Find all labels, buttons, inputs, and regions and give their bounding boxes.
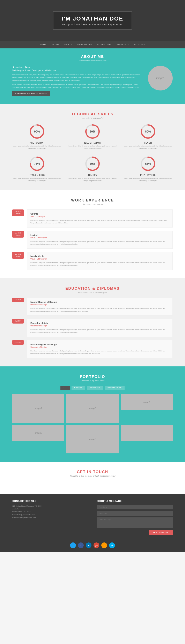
skill-percent: 90% (34, 130, 40, 133)
twitter-icon[interactable]: t (70, 542, 76, 548)
contact-form: Send message (97, 505, 173, 535)
about-role: Webdesigner & Web Developer from Melbour… (12, 69, 142, 72)
about-bio1: Lorem ipsum dolor sit amet, consectetur … (12, 74, 142, 82)
work-subtitle: The common workplaces (12, 203, 173, 205)
edu-school: University of Design (31, 325, 169, 327)
portfolio-title: PORTFOLIO (12, 374, 173, 379)
portfolio-section: PORTFOLIO Showcase of my latest works AL… (0, 366, 185, 462)
work-role: Visual / UI Designer (31, 258, 169, 260)
about-content: Jonathan Doe Webdesigner & Web Developer… (12, 66, 173, 96)
about-image: image1 (148, 66, 173, 90)
skill-desc: Lorem ipsum dolor sit amet consectetur a… (12, 177, 62, 182)
edu-desc: Nam libero tempore, cum soluta nobis est… (31, 328, 169, 334)
contact-title: CONTACT DETAILS (12, 500, 88, 502)
work-card: Ubunto Web / UI Designer Nam libero temp… (27, 210, 173, 228)
skills-section: TECHNICAL SKILLS I am 'quite' in quite g… (0, 104, 185, 190)
work-role: Visual / UI Designer (31, 237, 169, 239)
work-company: Matrix Media (31, 255, 169, 258)
edu-card: Master Degree of Design University of De… (27, 340, 173, 358)
about-text: Jonathan Doe Webdesigner & Web Developer… (12, 66, 142, 96)
skill-name: HTML5 / CSS5 (29, 174, 45, 176)
linkedin-icon[interactable]: in (86, 542, 91, 548)
filter-all[interactable]: ALL (60, 386, 70, 390)
filter-illustration[interactable]: ILLUSTRATION (105, 386, 125, 390)
skill-circle: 60% (84, 156, 101, 172)
main-nav: HomeAboutSkillsExperienceEducationPortfo… (0, 41, 185, 48)
nav-item-experience[interactable]: Experience (78, 44, 93, 46)
skill-item: 80% ILLUSTRATOR Lorem ipsum dolor sit am… (68, 123, 117, 150)
facebook-icon[interactable]: f (78, 542, 84, 548)
work-role: Web / UI Designer (31, 216, 169, 218)
hero-box: I'M JONATHAN DOE Design & Build Beautifu… (53, 11, 132, 30)
skill-percent: 80% (90, 130, 95, 133)
hero-title: I'M JONATHAN DOE (62, 16, 123, 22)
contact-line: 123 Design Street, Melbourne VIC 3000 (12, 505, 88, 508)
skill-circle: 90% (29, 123, 45, 140)
name-input[interactable] (97, 505, 173, 510)
contact-details: 123 Design Street, Melbourne VIC 3000Aus… (12, 505, 88, 520)
edu-title: EDUCATION & DIPLOMAS (12, 286, 173, 291)
skill-circle: 80% (84, 123, 101, 140)
portfolio-item[interactable]: image6 (12, 425, 64, 441)
nav-item-portfolio[interactable]: Portfolio (116, 44, 129, 46)
rss-icon[interactable]: ⌂ (101, 542, 107, 548)
skills-subtitle: I am 'quite' in quite good at (12, 117, 173, 119)
edu-school: University of Design (31, 346, 169, 348)
contact-line: Phone: +61 3 1234 5678 (12, 510, 88, 513)
skill-name: PHP / MYSQL (140, 174, 156, 176)
skills-grid: 90% PHOTOSHOP Lorem ipsum dolor sit amet… (12, 123, 173, 182)
skill-desc: Lorem ipsum dolor sit amet consectetur a… (12, 145, 62, 150)
nav-item-home[interactable]: Home (40, 44, 47, 46)
portfolio-item[interactable]: image8 (66, 425, 118, 454)
portfolio-grid: image2image3image5image6image8 (12, 394, 173, 454)
skill-desc: Lorem ipsum dolor sit amet consectetur a… (123, 145, 173, 150)
send-button[interactable]: Send message (149, 530, 173, 535)
skill-circle: 65% (140, 156, 156, 172)
nav-item-skills[interactable]: Skills (64, 44, 73, 46)
work-date: Mar 2011Present (12, 231, 24, 238)
footer-grid: CONTACT DETAILS 123 Design Street, Melbo… (12, 500, 173, 535)
skill-circle: 75% (29, 156, 45, 172)
social-icons: tfing+⌂sk (12, 539, 173, 548)
work-card: Matrix Media Visual / UI Designer Nam li… (27, 252, 173, 270)
filter-photos[interactable]: PHOTOS (72, 386, 86, 390)
skill-percent: 65% (145, 162, 151, 165)
skill-name: ILLUSTRATOR (84, 142, 101, 144)
filter-graphics[interactable]: GRAPHICS (87, 386, 103, 390)
work-date: Mar 2013Present (12, 210, 24, 216)
work-company: Ubunto (31, 212, 169, 215)
work-card: Lazied Visual / UI Designer Nam libero t… (27, 231, 173, 249)
portfolio-item[interactable]: image3 (66, 394, 118, 423)
portfolio-filters: ALLPHOTOSGRAPHICSILLUSTRATION (12, 386, 173, 390)
nav-item-about[interactable]: About (52, 44, 60, 46)
about-title: ABOUT ME (12, 54, 173, 59)
skill-desc: Lorem ipsum dolor sit amet consectetur a… (68, 177, 117, 182)
touch-subtitle: Would like to drop me a line or two? Use… (12, 475, 173, 477)
work-section: WORK EXPERIENCE The common workplaces Ma… (0, 190, 185, 278)
work-item: Mar 2011Present Matrix Media Visual / UI… (12, 252, 173, 270)
message-textarea[interactable] (97, 518, 173, 528)
nav-item-education[interactable]: Education (97, 44, 111, 46)
contact-line: Email: hello@jonathandoe.com (12, 514, 88, 516)
edu-date: Mar 2010 (12, 298, 24, 302)
skills-title: TECHNICAL SKILLS (12, 112, 173, 116)
portfolio-item[interactable] (121, 425, 173, 441)
edu-degree: Master Degree of Design (31, 343, 169, 346)
edu-degree: Master Degree of Design (31, 301, 169, 303)
nav-item-contact[interactable]: Contact (134, 44, 145, 46)
edu-item: Sept 2007 Bachelor of Arts University of… (12, 319, 173, 337)
portfolio-item[interactable]: image5 (121, 394, 173, 410)
skill-name: FLASH (144, 142, 152, 144)
work-title: WORK EXPERIENCE (12, 198, 173, 202)
footer: CONTACT DETAILS 123 Design Street, Melbo… (0, 494, 185, 552)
work-desc: Nam libero tempore, cum soluta nobis est… (31, 262, 169, 267)
portfolio-item[interactable]: image2 (12, 394, 64, 423)
skype-icon[interactable]: sk (109, 542, 115, 548)
work-items: Mar 2013Present Ubunto Web / UI Designer… (12, 210, 173, 270)
email-input[interactable] (97, 511, 173, 516)
skill-item: 80% FLASH Lorem ipsum dolor sit amet con… (123, 123, 173, 150)
edu-date: Feb 2005 (12, 340, 24, 345)
download-resume-button[interactable]: Download Printable Resume (12, 91, 50, 96)
edu-item: Feb 2005 Master Degree of Design Univers… (12, 340, 173, 358)
google-icon[interactable]: g+ (94, 542, 99, 548)
